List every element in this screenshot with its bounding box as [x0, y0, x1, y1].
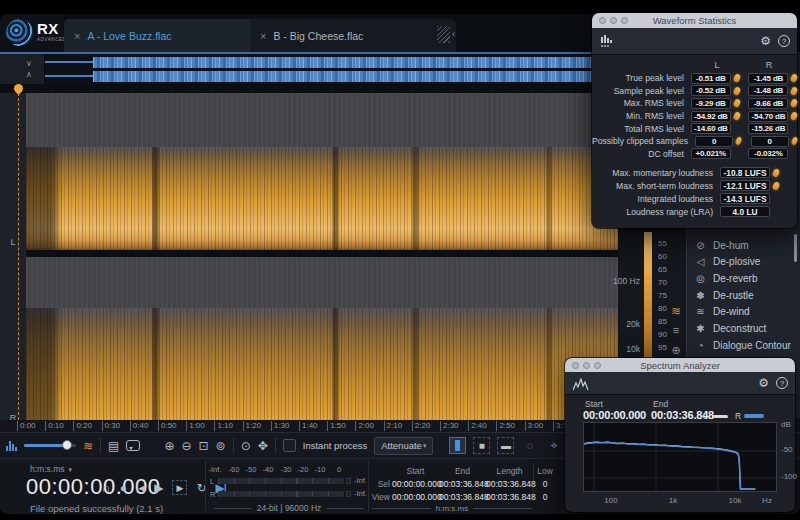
ruler-label: 2:40	[468, 421, 487, 431]
zoom-tools-icon[interactable]: ⊕	[668, 344, 684, 357]
spectrogram-waveform-blend-slider[interactable]	[24, 444, 76, 447]
play-selection-button[interactable]: ▶	[172, 480, 187, 495]
output-meters[interactable]: -Inf.-60-50-40-30-20-100 L -Inf. R -Inf.…	[208, 459, 368, 513]
ruler-label: 2:30	[440, 421, 459, 431]
ruler-label: 1:00	[186, 421, 205, 431]
meter-scale-label: -30	[281, 465, 292, 474]
tab-big-cheese[interactable]: × B - Big Cheese.flac	[250, 19, 456, 52]
tab-love-buzz[interactable]: × A - Love Buzz.flac	[64, 19, 268, 52]
close-icon[interactable]: ×	[74, 30, 80, 42]
meter-row-left: L -Inf.	[208, 477, 368, 485]
selection-header-start: Start	[392, 466, 439, 476]
cell-length: 00:03:36.848	[486, 492, 533, 502]
stat-value-l: -14.60 dB	[691, 123, 731, 134]
collapse-up-icon[interactable]: ∨	[26, 60, 32, 68]
spectrogram-palette-icon[interactable]: ≋	[83, 440, 93, 452]
deconstruct-icon: ✱	[694, 323, 707, 334]
stat-value-r: -1.45 dB	[748, 73, 788, 84]
de-hum-icon: ⊘	[694, 240, 707, 251]
cell-end: 00:03:36.848	[439, 479, 486, 489]
meter-right-bar	[218, 491, 344, 497]
lamp-icon	[772, 181, 781, 191]
spectrum-graph[interactable]	[583, 422, 777, 492]
meter-left-clip-indicator[interactable]	[346, 478, 351, 484]
tab-grip-icon[interactable]	[437, 26, 450, 43]
ruler-label: 2:10	[384, 421, 403, 431]
y-tick-50: -50	[781, 445, 793, 454]
overview-quiet-intro	[45, 57, 93, 71]
record-button[interactable]: ●	[120, 481, 127, 495]
time-frequency-selection-tool[interactable]: ■	[473, 437, 490, 454]
gear-icon[interactable]: ⚙	[758, 376, 769, 390]
gear-icon[interactable]: ⚙	[760, 34, 771, 48]
collapse-down-icon[interactable]: ∧	[26, 71, 32, 79]
ruler-label: 3:00	[525, 421, 544, 431]
de-reverb-icon: ◎	[694, 273, 707, 284]
window-titlebar[interactable]: Spectrum Analyzer	[565, 358, 795, 372]
sample-info: 24-bit | 96000 Hz	[214, 503, 364, 513]
ruler-label: 1:50	[327, 421, 346, 431]
help-icon[interactable]: ?	[778, 35, 790, 47]
comment-icon[interactable]	[126, 440, 140, 451]
dropdown-value: Attenuate	[381, 440, 422, 451]
instant-process-checkbox[interactable]	[283, 439, 296, 452]
spectrogram-left-top[interactable]	[26, 93, 618, 147]
help-icon[interactable]: ?	[776, 377, 788, 389]
magnifier-icon[interactable]: ⊙	[241, 440, 251, 452]
stats-row: Sample peak level-0.52 dB-1.48 dB	[592, 85, 797, 98]
meter-right-clip-indicator[interactable]	[346, 491, 351, 497]
selection-header-low: Low	[533, 466, 557, 476]
module-item-de-hum[interactable]: ⊘De-hum	[687, 237, 800, 254]
hand-pan-icon[interactable]: ✥	[258, 440, 268, 452]
module-item-de-plosive[interactable]: ◁De-plosive	[687, 253, 800, 270]
stats-column-headers: L R	[592, 60, 797, 72]
spectrogram-right-top[interactable]	[26, 257, 618, 308]
legend-r-swatch	[744, 414, 764, 418]
slider-knob[interactable]	[62, 440, 72, 450]
stat-value-r: -54.70 dB	[748, 111, 788, 122]
clipboard-icon[interactable]: ▤	[108, 440, 119, 452]
selection-header-length: Length	[486, 466, 533, 476]
stat-value-r: -15.26 dB	[748, 123, 788, 134]
time-format-selector[interactable]: h:m:s.ms▾	[30, 464, 72, 474]
zoom-reset-icon[interactable]: ⊚	[216, 440, 226, 452]
meter-right-label: R	[210, 490, 215, 499]
lasso-tool[interactable]: ◌	[521, 437, 538, 454]
spectrum-analyzer-window[interactable]: Spectrum Analyzer ⚙ ? Start End 00:00:00…	[565, 358, 795, 512]
spectrogram-left-content[interactable]	[26, 147, 618, 250]
close-icon[interactable]: ×	[260, 30, 266, 42]
tab-label: B - Big Cheese.flac	[273, 30, 363, 42]
zoom-in-icon[interactable]: ⊕	[164, 440, 174, 452]
module-item-deconstruct[interactable]: ✱Deconstruct	[687, 320, 800, 337]
window-titlebar[interactable]: Waveform Statistics	[592, 13, 797, 28]
module-item-de-reverb[interactable]: ◎De-reverb	[687, 270, 800, 287]
dialogue-contour-icon: ◔	[694, 340, 707, 351]
process-mode-dropdown[interactable]: Attenuate ▾	[374, 437, 433, 455]
status-message: File opened successfully (2.1 s)	[30, 503, 163, 514]
tab-overflow-arrow-icon[interactable]: ‹	[452, 29, 455, 39]
zoom-out-icon[interactable]: ⊖	[181, 440, 191, 452]
module-item-de-wind[interactable]: ≋De-wind	[687, 303, 800, 320]
monitor-icon[interactable]: ∩	[102, 481, 111, 495]
ruler-label: 2:00	[355, 421, 374, 431]
spectrogram-canvas[interactable]	[26, 93, 618, 432]
frequency-selection-tool[interactable]: ▬	[497, 437, 514, 454]
channel-gutter: L R	[0, 93, 27, 432]
module-item-de-rustle[interactable]: ✽De-rustle	[687, 287, 800, 304]
divider	[205, 461, 206, 511]
time-ruler[interactable]: 0:000:100:200:300:400:501:001:101:201:30…	[0, 420, 644, 432]
level-meters-icon[interactable]: ≡	[668, 324, 684, 336]
time-selection-tool[interactable]	[449, 437, 466, 454]
sample-info-text: 24-bit | 96000 Hz	[257, 503, 322, 513]
panel-header: ⚙ ?	[592, 28, 797, 55]
selection-row-sel: Sel00:00:00.00000:03:36.84800:03:36.8480	[370, 477, 562, 490]
module-item-dialogue-contour[interactable]: ◔Dialogue Contour	[687, 337, 800, 354]
return-to-start-button[interactable]: |◀	[136, 483, 145, 493]
spectrogram-settings-icon[interactable]: ≋	[668, 304, 684, 318]
magic-wand-tool[interactable]: ✧	[545, 437, 562, 454]
waveform-statistics-window[interactable]: Waveform Statistics ⚙ ? L R True peak le…	[592, 13, 797, 228]
x-tick-1k: 1k	[669, 496, 677, 505]
zoom-selection-icon[interactable]: ⊡	[199, 440, 209, 452]
play-button[interactable]: ▶	[154, 481, 163, 495]
de-wind-icon: ≋	[694, 306, 707, 317]
